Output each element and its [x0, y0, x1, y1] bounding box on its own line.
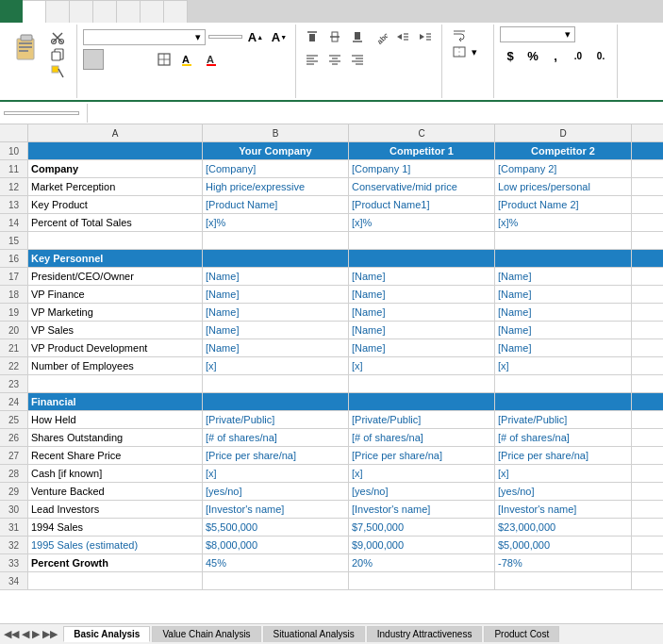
- table-row[interactable]: 27Recent Share Price[Price per share/na]…: [0, 447, 663, 465]
- formula-input[interactable]: [99, 107, 663, 119]
- cell[interactable]: [349, 250, 495, 267]
- table-row[interactable]: 34: [0, 572, 663, 590]
- cell[interactable]: $23,000,000: [495, 519, 632, 536]
- cell[interactable]: [x]: [203, 357, 349, 374]
- number-format-box[interactable]: ▾: [500, 26, 575, 42]
- cell[interactable]: [Company 1]: [349, 160, 495, 177]
- table-row[interactable]: 19VP Marketing[Name][Name][Name]: [0, 304, 663, 322]
- sheet-tab[interactable]: Situational Analysis: [263, 626, 365, 642]
- cell[interactable]: [x]%: [203, 214, 349, 231]
- align-left-button[interactable]: [302, 49, 323, 70]
- cell[interactable]: [495, 375, 632, 392]
- table-row[interactable]: 10Your CompanyCompetitor 1Competitor 2: [0, 142, 663, 160]
- cell[interactable]: [Name]: [495, 268, 632, 285]
- paste-button[interactable]: [6, 26, 47, 66]
- table-row[interactable]: 12Market PerceptionHigh price/expressive…: [0, 178, 663, 196]
- cell[interactable]: Financial: [28, 393, 203, 410]
- sheet-nav-arrows[interactable]: ◀◀ ◀ ▶ ▶▶: [0, 628, 61, 640]
- cell[interactable]: [Product Name]: [203, 196, 349, 213]
- tab-review[interactable]: [141, 0, 164, 23]
- fill-color-button[interactable]: A: [177, 49, 198, 70]
- tab-file[interactable]: [0, 0, 23, 23]
- cell[interactable]: [495, 572, 632, 589]
- cell[interactable]: [yes/no]: [203, 483, 349, 500]
- cell[interactable]: [495, 250, 632, 267]
- cell[interactable]: [203, 393, 349, 410]
- font-size-decrease-button[interactable]: A▼: [269, 26, 290, 47]
- font-color-button[interactable]: A: [201, 49, 222, 70]
- copy-button[interactable]: [47, 47, 71, 62]
- cell[interactable]: [x]%: [349, 214, 495, 231]
- tab-page-layout[interactable]: [70, 0, 93, 23]
- cell[interactable]: [28, 232, 203, 249]
- cell[interactable]: [Name]: [349, 322, 495, 339]
- cell[interactable]: [Investor's name]: [495, 501, 632, 518]
- cell[interactable]: -78%: [495, 554, 632, 571]
- decrease-indent-button[interactable]: [392, 26, 413, 47]
- cell[interactable]: [Price per share/na]: [495, 447, 632, 464]
- cell[interactable]: [Product Name 2]: [495, 196, 632, 213]
- col-header-c[interactable]: C: [349, 124, 495, 141]
- text-orient-button[interactable]: abc: [370, 26, 390, 47]
- table-row[interactable]: 30Lead Investors[Investor's name][Invest…: [0, 501, 663, 519]
- table-row[interactable]: 17President/CEO/Owner[Name][Name][Name]: [0, 268, 663, 286]
- cell[interactable]: [yes/no]: [349, 483, 495, 500]
- sheet-tab[interactable]: Value Chain Analysis: [152, 626, 260, 642]
- col-header-a[interactable]: A: [28, 124, 203, 141]
- cell[interactable]: [Price per share/na]: [349, 447, 495, 464]
- cell[interactable]: [Name]: [349, 286, 495, 303]
- cell[interactable]: [Name]: [203, 339, 349, 356]
- table-row[interactable]: 18VP Finance[Name][Name][Name]: [0, 286, 663, 304]
- percent-button[interactable]: %: [522, 45, 543, 66]
- wrap-text-button[interactable]: [448, 26, 482, 43]
- cell[interactable]: $9,000,000: [349, 537, 495, 553]
- cell[interactable]: [Private/Public]: [495, 411, 632, 428]
- cell[interactable]: How Held: [28, 411, 203, 428]
- cell[interactable]: Competitor 2: [495, 142, 632, 159]
- cell[interactable]: Percent Growth: [28, 554, 203, 571]
- cell[interactable]: [Name]: [349, 339, 495, 356]
- borders-button[interactable]: [154, 49, 174, 70]
- cell[interactable]: [Company]: [203, 160, 349, 177]
- table-row[interactable]: 21VP Product Development[Name][Name][Nam…: [0, 339, 663, 357]
- cell[interactable]: [x]: [349, 465, 495, 482]
- cell[interactable]: Conservative/mid price: [349, 178, 495, 195]
- cell[interactable]: [Name]: [203, 268, 349, 285]
- cell[interactable]: VP Marketing: [28, 304, 203, 321]
- cell-reference-box[interactable]: [4, 111, 79, 115]
- table-row[interactable]: 28Cash [if known][x][x][x]: [0, 465, 663, 483]
- cell[interactable]: Key Product: [28, 196, 203, 213]
- cell[interactable]: [28, 572, 203, 589]
- cell[interactable]: $5,500,000: [203, 519, 349, 536]
- cell[interactable]: President/CEO/Owner: [28, 268, 203, 285]
- table-row[interactable]: 25How Held[Private/Public][Private/Publi…: [0, 411, 663, 429]
- cell[interactable]: [Name]: [495, 339, 632, 356]
- currency-button[interactable]: $: [500, 45, 521, 66]
- merge-center-button[interactable]: ▾: [448, 43, 482, 60]
- cell[interactable]: [# of shares/na]: [495, 429, 632, 446]
- cell[interactable]: Venture Backed: [28, 483, 203, 500]
- cell[interactable]: [Name]: [203, 322, 349, 339]
- cell[interactable]: [349, 393, 495, 410]
- cell[interactable]: 45%: [203, 554, 349, 571]
- table-row[interactable]: 11Company[Company][Company 1][Company 2]: [0, 160, 663, 178]
- cell[interactable]: Low prices/personal: [495, 178, 632, 195]
- table-row[interactable]: 26Shares Outstanding[# of shares/na][# o…: [0, 429, 663, 447]
- format-painter-button[interactable]: [47, 64, 71, 79]
- table-row[interactable]: 13Key Product[Product Name][Product Name…: [0, 196, 663, 214]
- cell[interactable]: [Name]: [203, 286, 349, 303]
- cell[interactable]: High price/expressive: [203, 178, 349, 195]
- cell[interactable]: [Name]: [203, 304, 349, 321]
- cell[interactable]: [Name]: [495, 286, 632, 303]
- table-row[interactable]: 33Percent Growth45%20%-78%: [0, 554, 663, 572]
- merge-center-dropdown[interactable]: ▾: [472, 46, 477, 58]
- cell[interactable]: Shares Outstanding: [28, 429, 203, 446]
- cell[interactable]: Number of Employees: [28, 357, 203, 374]
- table-row[interactable]: 20VP Sales[Name][Name][Name]: [0, 322, 663, 339]
- table-row[interactable]: 311994 Sales$5,500,000$7,500,000$23,000,…: [0, 519, 663, 537]
- cell[interactable]: [Name]: [349, 268, 495, 285]
- bold-button[interactable]: [83, 49, 104, 70]
- table-row[interactable]: 23: [0, 375, 663, 393]
- cell[interactable]: [349, 232, 495, 249]
- table-row[interactable]: 29Venture Backed[yes/no][yes/no][yes/no]: [0, 483, 663, 501]
